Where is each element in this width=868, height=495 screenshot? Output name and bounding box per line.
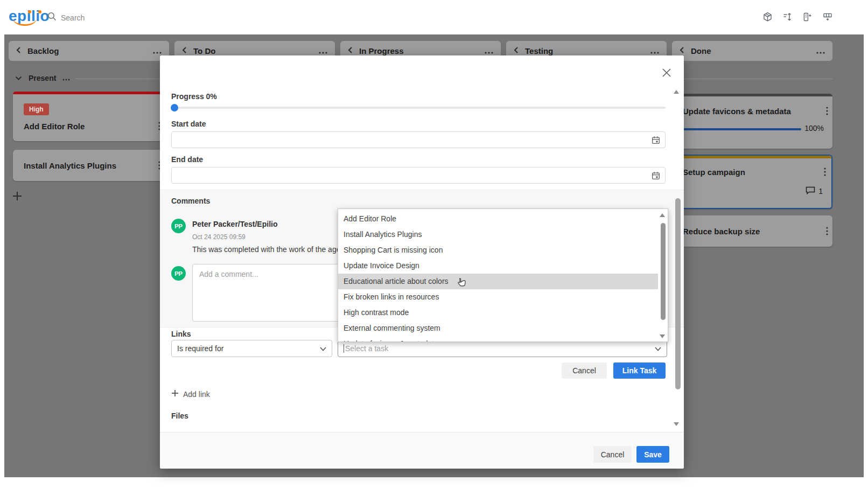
task-card[interactable]: Update favicons & metadata 100% xyxy=(672,94,832,149)
add-board-icon[interactable] xyxy=(822,11,834,23)
close-icon[interactable] xyxy=(661,67,673,79)
relation-value: Is required for xyxy=(177,344,223,353)
task-title: Reduce backup size xyxy=(683,227,760,236)
comment-author: Peter Packer/Test/Epilio xyxy=(192,220,277,228)
dropdown-option[interactable]: External commenting system xyxy=(338,320,658,336)
plus-icon xyxy=(171,389,179,399)
swimlane-header[interactable]: Present xyxy=(15,73,70,83)
task-detail-modal: Progress 0% Start date End date Comments… xyxy=(160,55,684,469)
scroll-down-icon[interactable] xyxy=(660,334,665,338)
dropdown-option[interactable]: Update favicons & metadata xyxy=(338,336,658,342)
progress-slider[interactable] xyxy=(171,107,666,109)
dropdown-option[interactable]: Shopping Cart is missing icon xyxy=(338,242,658,258)
modal-save-button[interactable]: Save xyxy=(636,446,669,463)
column-menu-icon[interactable] xyxy=(816,46,825,56)
comments-title: Comments xyxy=(171,197,210,205)
search-placeholder: Search xyxy=(61,13,85,22)
dropdown-option[interactable]: Add Editor Role xyxy=(338,211,658,227)
chevron-left-icon[interactable] xyxy=(16,46,21,56)
priority-badge: High xyxy=(24,103,49,115)
column-menu-icon[interactable] xyxy=(319,46,327,56)
chevron-left-icon[interactable] xyxy=(182,46,187,56)
logo-swoosh-icon xyxy=(13,17,37,26)
column-title: To Do xyxy=(193,46,312,55)
dropdown-option[interactable]: High contrast mode xyxy=(338,305,658,320)
dropdown-scrollbar[interactable] xyxy=(661,223,666,320)
slider-thumb[interactable] xyxy=(171,104,178,111)
progress-label: Progress 0% xyxy=(171,92,217,101)
modal-scroll-up-icon[interactable] xyxy=(674,90,679,94)
avatar: PP xyxy=(171,219,186,233)
task-card[interactable]: Reduce backup size xyxy=(672,215,832,247)
task-card-selected[interactable]: Setup campaign 1 xyxy=(672,155,832,209)
task-title: Setup campaign xyxy=(683,168,745,177)
column-menu-icon[interactable] xyxy=(153,46,162,56)
dropdown-option[interactable]: Fix broken links in resources xyxy=(338,289,658,305)
link-relation-select[interactable]: Is required for xyxy=(171,340,332,357)
progress-percent: 100% xyxy=(804,124,824,133)
chevron-down-icon xyxy=(655,344,661,353)
task-card[interactable]: High Add Editor Role xyxy=(13,92,165,141)
task-placeholder: Select a task xyxy=(345,344,388,353)
links-title: Links xyxy=(171,330,191,338)
add-card-button[interactable] xyxy=(12,191,23,204)
end-date-field[interactable] xyxy=(171,167,666,184)
add-link-label: Add link xyxy=(183,390,210,399)
column-header-backlog[interactable]: Backlog xyxy=(9,41,169,61)
column-title: Testing xyxy=(525,46,644,55)
task-title: Install Analytics Plugins xyxy=(24,161,116,170)
task-dropdown-list: Add Editor Role Install Analytics Plugin… xyxy=(338,208,668,342)
modal-scroll-down-icon[interactable] xyxy=(674,422,679,426)
dropdown-option[interactable]: Update Invoice Design xyxy=(338,258,658,274)
files-title: Files xyxy=(171,412,188,420)
comment-timestamp: Oct 24 2025 09:59 xyxy=(192,233,246,241)
start-date-field[interactable] xyxy=(171,131,666,148)
comment-count: 1 xyxy=(818,187,823,196)
modal-cancel-button[interactable]: Cancel xyxy=(593,446,632,463)
task-card[interactable]: Install Analytics Plugins xyxy=(13,150,165,181)
card-menu-icon[interactable] xyxy=(824,168,826,178)
column-title: Done xyxy=(691,46,810,55)
chevron-down-icon xyxy=(320,344,326,353)
scroll-up-icon[interactable] xyxy=(660,213,665,217)
dropdown-option-highlighted[interactable]: Educational article about colors xyxy=(338,274,658,289)
search-icon xyxy=(47,12,57,23)
end-date-label: End date xyxy=(171,155,203,164)
task-title: Update favicons & metadata xyxy=(683,107,791,116)
link-task-button[interactable]: Link Task xyxy=(613,362,666,379)
swimlane-title: Present xyxy=(29,74,56,82)
chevron-left-icon[interactable] xyxy=(514,46,519,56)
calendar-icon[interactable] xyxy=(651,171,661,183)
text-caret xyxy=(344,344,344,353)
column-title: Backlog xyxy=(27,46,146,55)
column-menu-icon[interactable] xyxy=(650,46,659,56)
add-link-button[interactable]: Add link xyxy=(171,389,210,399)
priority-strip xyxy=(672,94,832,96)
sort-icon[interactable] xyxy=(782,11,793,23)
search-input[interactable]: Search xyxy=(47,12,85,23)
modal-footer: Cancel Save xyxy=(160,432,684,469)
link-task-combobox[interactable]: Select a task xyxy=(338,340,667,357)
progress-bar xyxy=(683,128,801,130)
dropdown-option[interactable]: Install Analytics Plugins xyxy=(338,227,658,242)
avatar: PP xyxy=(171,266,186,281)
column-header-done[interactable]: Done xyxy=(672,41,832,61)
chevron-down-icon[interactable] xyxy=(15,73,22,83)
priority-strip xyxy=(673,156,831,158)
link-cancel-button[interactable]: Cancel xyxy=(562,362,607,379)
card-menu-icon[interactable] xyxy=(826,227,828,238)
priority-strip xyxy=(13,92,165,94)
add-column-icon[interactable] xyxy=(802,11,813,23)
swimlane-menu-icon[interactable] xyxy=(62,73,70,83)
start-date-label: Start date xyxy=(171,120,206,128)
top-bar: epilio Search xyxy=(0,0,868,34)
calendar-icon[interactable] xyxy=(651,135,661,147)
modal-scrollbar[interactable] xyxy=(675,198,681,389)
cursor-pointer-icon xyxy=(456,277,467,292)
card-menu-icon[interactable] xyxy=(826,107,828,117)
chevron-left-icon[interactable] xyxy=(680,46,684,56)
column-menu-icon[interactable] xyxy=(485,46,493,56)
column-title: In Progress xyxy=(359,46,478,55)
chevron-left-icon[interactable] xyxy=(348,46,353,56)
package-icon[interactable] xyxy=(762,11,773,23)
